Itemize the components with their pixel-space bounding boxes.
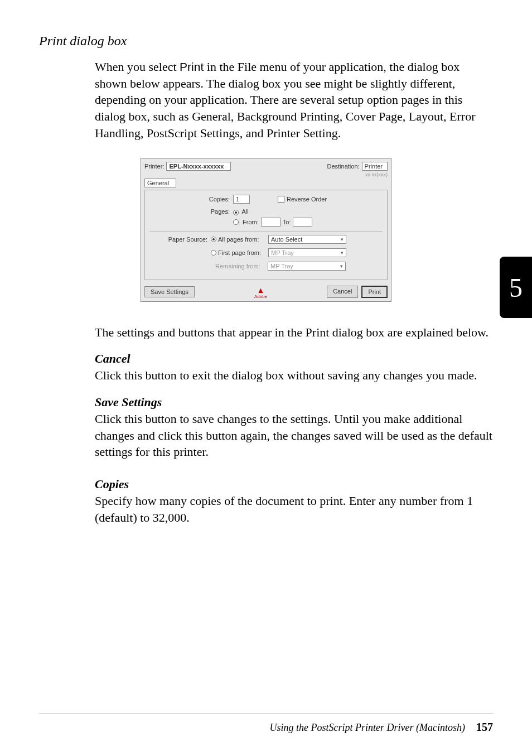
chevron-down-icon: ▾: [340, 263, 343, 269]
dialog-screenshot: Printer: EPL-Nxxxx-xxxxxx Destination: P…: [39, 158, 493, 301]
intro-paragraph: When you select Print in the File menu o…: [95, 59, 493, 141]
cancel-text: Click this button to exit the dialog box…: [95, 367, 493, 384]
copies-heading: Copies: [95, 477, 493, 492]
first-page-label: First page from:: [218, 249, 268, 256]
version-text: xx.xx(xxx): [144, 172, 388, 177]
paper-source-dropdown[interactable]: Auto Select ▾: [268, 235, 346, 244]
save-settings-button[interactable]: Save Settings: [144, 286, 195, 297]
adobe-icon: ▲ Adobe: [255, 286, 267, 297]
print-button[interactable]: Print: [361, 286, 388, 298]
pages-all-radio[interactable]: [233, 210, 239, 215]
general-panel: Copies: 1 Reverse Order Pages: All: [144, 190, 388, 280]
chapter-tab: 5: [500, 257, 532, 318]
copies-input[interactable]: 1: [233, 195, 250, 204]
intro-print-word: Print: [180, 60, 204, 73]
first-page-dropdown[interactable]: MP Tray ▾: [268, 248, 346, 257]
copies-label: Copies:: [149, 196, 233, 203]
print-dialog: Printer: EPL-Nxxxx-xxxxxx Destination: P…: [141, 158, 391, 301]
footer-page-number: 157: [476, 721, 493, 734]
pages-to-label: To:: [283, 219, 291, 225]
intro-pre: When you select: [95, 60, 180, 74]
paper-first-radio[interactable]: [211, 250, 216, 256]
save-settings-heading: Save Settings: [95, 395, 493, 410]
printer-label: Printer:: [144, 163, 164, 170]
settings-page-dropdown[interactable]: General: [144, 179, 176, 187]
chevron-down-icon: ▾: [341, 237, 344, 242]
pages-range-radio[interactable]: [233, 219, 239, 225]
cancel-button[interactable]: Cancel: [327, 286, 358, 298]
paper-source-label: Paper Source:: [149, 236, 211, 243]
remaining-value: MP Tray: [270, 263, 293, 269]
remaining-dropdown[interactable]: MP Tray ▾: [268, 262, 346, 271]
printer-dropdown[interactable]: EPL-Nxxxx-xxxxxx: [166, 162, 231, 171]
paper-all-label: All pages from:: [218, 236, 268, 243]
destination-dropdown[interactable]: Printer: [362, 162, 388, 171]
footer-title: Using the PostScript Printer Driver (Mac…: [270, 722, 465, 734]
paper-source-value: Auto Select: [271, 236, 302, 243]
after-image-text: The settings and buttons that appear in …: [95, 324, 493, 341]
destination-label: Destination:: [327, 163, 360, 170]
reverse-order-label: Reverse Order: [287, 196, 327, 203]
adobe-label: Adobe: [254, 294, 267, 299]
pages-to-input[interactable]: [293, 218, 312, 227]
page-footer: Using the PostScript Printer Driver (Mac…: [39, 714, 493, 734]
remaining-label: Remaining from:: [215, 263, 268, 269]
reverse-order-checkbox[interactable]: [278, 196, 284, 203]
pages-all-label: All: [241, 208, 248, 215]
paper-all-radio[interactable]: [211, 237, 216, 242]
save-settings-text: Click this button to save changes to the…: [95, 411, 493, 460]
first-page-value: MP Tray: [271, 249, 294, 256]
section-title: Print dialog box: [39, 33, 493, 49]
pages-from-input[interactable]: [261, 218, 280, 227]
chevron-down-icon: ▾: [341, 250, 344, 256]
copies-text: Specify how many copies of the document …: [95, 493, 493, 526]
cancel-heading: Cancel: [95, 351, 493, 366]
pages-label: Pages:: [149, 208, 233, 215]
pages-from-label: From:: [243, 219, 259, 225]
